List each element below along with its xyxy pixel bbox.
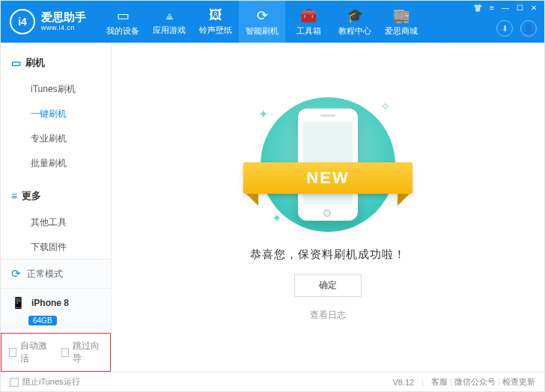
sidebar-group-header[interactable]: ≡更多 xyxy=(1,186,111,210)
sidebar-group: ▭刷机iTunes刷机一键刷机专业刷机批量刷机 xyxy=(1,43,111,176)
nav-my-device-icon: ▭ xyxy=(117,7,130,24)
nav-apps-icon: ⟁ xyxy=(165,7,174,23)
nav-label: 铃声壁纸 xyxy=(199,25,232,36)
nav-my-device[interactable]: ▭我的设备 xyxy=(100,1,146,43)
nav-flash-icon: ⟳ xyxy=(257,7,268,24)
checkbox-icon xyxy=(61,348,69,357)
nav-label: 教程中心 xyxy=(338,25,371,37)
nav-toolbox-icon: 🧰 xyxy=(300,7,317,24)
opt-auto-activate[interactable]: 自动激活 xyxy=(9,340,51,365)
close-icon[interactable]: ✕ xyxy=(531,4,537,12)
menu-icon[interactable]: ≡ xyxy=(490,4,494,12)
opt-skip-guide[interactable]: 跳过向导 xyxy=(61,340,103,365)
app-window: i4 爱思助手 www.i4.cn ▭我的设备⟁应用游戏🖼铃声壁纸⟳智能刷机🧰工… xyxy=(0,0,545,392)
maximize-icon[interactable]: ☐ xyxy=(517,4,523,12)
download-manager-button[interactable]: ⬇ xyxy=(496,20,513,37)
phone-icon: 📱 xyxy=(11,296,25,310)
group-title: 刷机 xyxy=(25,56,45,70)
nav-label: 智能刷机 xyxy=(246,25,278,37)
body: ▭刷机iTunes刷机一键刷机专业刷机批量刷机≡更多其他工具下载固件高级功能 ⟳… xyxy=(1,43,544,372)
checkbox-label: 自动激活 xyxy=(20,340,50,365)
nav-store[interactable]: 🏬爱思商城 xyxy=(378,1,424,43)
block-itunes-checkbox[interactable]: 阻止iTunes运行 xyxy=(10,376,80,388)
device-storage-badge: 64GB xyxy=(28,316,57,325)
top-nav: ▭我的设备⟁应用游戏🖼铃声壁纸⟳智能刷机🧰工具箱🎓教程中心🏬爱思商城 xyxy=(100,1,424,43)
status-bar: 阻止iTunes运行 V8.12 | 客服 | 微信公众号 | 检查更新 xyxy=(1,372,544,391)
nav-toolbox[interactable]: 🧰工具箱 xyxy=(285,1,332,43)
separator: | xyxy=(421,378,424,387)
app-header: i4 爱思助手 www.i4.cn ▭我的设备⟁应用游戏🖼铃声壁纸⟳智能刷机🧰工… xyxy=(1,1,544,43)
ribbon-tail-right xyxy=(398,194,409,206)
brand-name: 爱思助手 xyxy=(41,11,86,23)
feedback-icon[interactable]: 👕 xyxy=(473,4,482,12)
nav-label: 爱思商城 xyxy=(385,25,418,37)
device-name: iPhone 8 xyxy=(31,298,69,308)
sidebar-group-header[interactable]: ▭刷机 xyxy=(1,53,111,77)
sparkle-icon: ✦ xyxy=(272,211,281,225)
sidebar-group: ≡更多其他工具下载固件高级功能 xyxy=(1,176,111,258)
separator: | xyxy=(448,377,454,386)
checkbox-label: 跳过向导 xyxy=(73,340,103,365)
nav-tutorial[interactable]: 🎓教程中心 xyxy=(332,1,378,43)
illus-phone-speaker xyxy=(320,114,335,117)
checkbox-icon xyxy=(9,348,16,357)
ok-button[interactable]: 确定 xyxy=(294,274,362,297)
user-controls: ⬇ 👤 xyxy=(496,20,537,37)
main-pane: ✦ ✧ ✦ NEW 恭喜您，保资料刷机成功啦！ 确定 查看日志 xyxy=(112,43,544,372)
sidebar-item[interactable]: 下载固件 xyxy=(1,235,111,258)
footer-link[interactable]: 微信公众号 xyxy=(454,377,496,386)
device-mode-label: 正常模式 xyxy=(27,268,63,281)
view-log-link[interactable]: 查看日志 xyxy=(310,309,346,322)
nav-tutorial-icon: 🎓 xyxy=(347,7,363,24)
brand-url: www.i4.cn xyxy=(41,23,86,32)
nav-ringtone-icon: 🖼 xyxy=(209,7,222,23)
nav-ringtone[interactable]: 🖼铃声壁纸 xyxy=(192,1,239,43)
sidebar-bottom: ⟳ 正常模式 📱 iPhone 8 64GB 自动激活跳过向导 xyxy=(1,258,111,372)
sparkle-icon: ✧ xyxy=(380,99,390,114)
illus-phone-home xyxy=(323,209,331,217)
sidebar-item[interactable]: iTunes刷机 xyxy=(1,77,111,102)
block-itunes-label: 阻止iTunes运行 xyxy=(22,376,80,388)
success-message: 恭喜您，保资料刷机成功啦！ xyxy=(250,248,406,262)
nav-flash[interactable]: ⟳智能刷机 xyxy=(239,1,285,43)
ribbon-text: NEW xyxy=(243,162,412,194)
sparkle-icon: ✦ xyxy=(258,107,268,121)
checkbox-icon xyxy=(10,378,19,387)
device-mode-row[interactable]: ⟳ 正常模式 xyxy=(1,259,111,288)
sidebar-scroll: ▭刷机iTunes刷机一键刷机专业刷机批量刷机≡更多其他工具下载固件高级功能 xyxy=(1,43,111,258)
brand-text: 爱思助手 www.i4.cn xyxy=(41,11,86,32)
account-button[interactable]: 👤 xyxy=(520,20,537,37)
nav-label: 应用游戏 xyxy=(153,25,186,36)
sidebar-item[interactable]: 专业刷机 xyxy=(1,126,111,151)
nav-apps[interactable]: ⟁应用游戏 xyxy=(146,1,192,43)
brand-logo-icon: i4 xyxy=(10,9,35,34)
minimize-icon[interactable]: — xyxy=(502,4,509,12)
version-label: V8.12 xyxy=(392,378,414,387)
nav-store-icon: 🏬 xyxy=(393,7,409,24)
flash-options-row: 自动激活跳过向导 xyxy=(1,333,111,372)
sidebar-item[interactable]: 一键刷机 xyxy=(1,102,111,126)
header-right: 👕 ≡ — ☐ ✕ ⬇ 👤 xyxy=(473,1,544,43)
group-icon: ≡ xyxy=(11,190,17,202)
group-icon: ▭ xyxy=(11,57,21,69)
footer-link[interactable]: 客服 xyxy=(431,377,448,386)
sidebar-item[interactable]: 其他工具 xyxy=(1,210,111,235)
separator: | xyxy=(496,377,502,386)
group-title: 更多 xyxy=(22,189,41,203)
device-row[interactable]: 📱 iPhone 8 64GB xyxy=(1,288,111,333)
illus-ribbon: NEW xyxy=(243,162,412,204)
refresh-icon: ⟳ xyxy=(11,267,21,281)
nav-label: 工具箱 xyxy=(296,25,321,37)
nav-label: 我的设备 xyxy=(106,25,139,37)
sidebar-item[interactable]: 批量刷机 xyxy=(1,151,111,176)
footer-links: 客服 | 微信公众号 | 检查更新 xyxy=(431,376,535,388)
brand-area: i4 爱思助手 www.i4.cn xyxy=(1,9,100,34)
ribbon-tail-left xyxy=(246,194,258,206)
success-illustration: ✦ ✧ ✦ NEW xyxy=(249,94,407,236)
sidebar: ▭刷机iTunes刷机一键刷机专业刷机批量刷机≡更多其他工具下载固件高级功能 ⟳… xyxy=(1,43,112,372)
window-controls: 👕 ≡ — ☐ ✕ xyxy=(473,4,537,12)
footer-link[interactable]: 检查更新 xyxy=(502,377,535,386)
